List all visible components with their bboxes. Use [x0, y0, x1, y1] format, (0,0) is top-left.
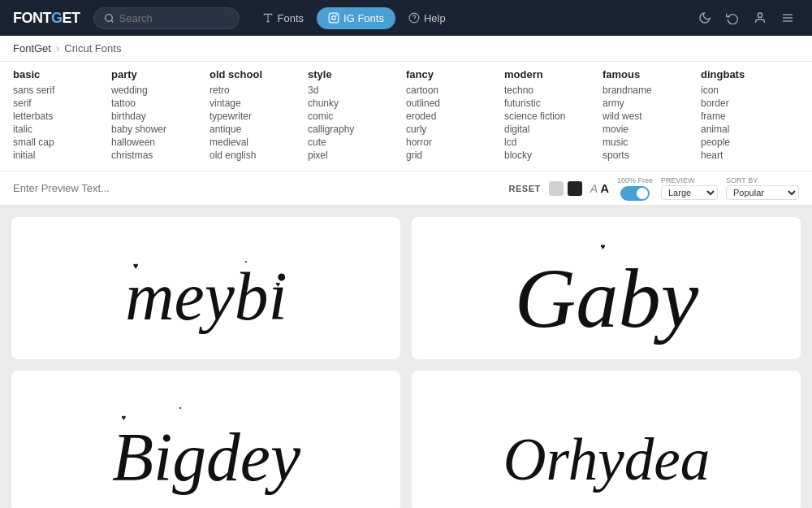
nav-item-ig-fonts[interactable]: IG Fonts — [317, 7, 395, 29]
font-grid: meybi ♥ ♥ • Gaby ♥ Bigdey ♥ • O — [0, 206, 812, 508]
category-item[interactable]: techno — [504, 85, 603, 96]
category-item[interactable]: medieval — [209, 137, 308, 148]
category-item[interactable]: typewriter — [209, 111, 308, 122]
category-item[interactable]: outlined — [406, 98, 504, 109]
category-item[interactable]: tattoo — [111, 98, 209, 109]
color-swatches — [549, 181, 582, 196]
category-item[interactable]: frame — [701, 111, 799, 122]
category-item[interactable]: wedding — [111, 85, 209, 96]
categories-section: basic sans serif serif letterbats italic… — [0, 62, 812, 172]
category-item[interactable]: heart — [701, 150, 799, 161]
font-preview-meybi: meybi ♥ ♥ • — [52, 225, 361, 351]
svg-text:♥: ♥ — [132, 261, 138, 271]
font-card-bigdey[interactable]: Bigdey ♥ • — [11, 371, 400, 508]
category-item[interactable]: grid — [406, 150, 504, 161]
light-swatch[interactable] — [549, 181, 564, 196]
category-item[interactable]: baby shower — [111, 124, 209, 135]
category-header-modern: modern — [504, 68, 603, 80]
search-input[interactable] — [119, 12, 217, 24]
category-item[interactable]: icon — [701, 85, 799, 96]
category-item[interactable]: old english — [209, 150, 308, 161]
font-card-gaby[interactable]: Gaby ♥ — [412, 217, 801, 359]
category-item[interactable]: letterbats — [13, 111, 111, 122]
category-item[interactable]: movie — [603, 124, 701, 135]
category-item[interactable]: wild west — [603, 111, 701, 122]
category-item[interactable]: small cap — [13, 137, 111, 148]
nav-help-label: Help — [424, 12, 446, 24]
search-box[interactable] — [93, 7, 240, 29]
category-header-style: style — [308, 68, 406, 80]
font-preview-orhydea: Orhydea — [424, 379, 789, 505]
category-item[interactable]: 3d — [308, 85, 406, 96]
category-item[interactable]: sports — [603, 150, 701, 161]
svg-point-0 — [105, 14, 112, 21]
reset-button[interactable]: RESET — [509, 184, 541, 193]
serif-a-label: A — [590, 182, 598, 195]
nav-fonts-label: Fonts — [278, 12, 304, 24]
theme-toggle-button[interactable] — [693, 7, 716, 29]
sort-select[interactable]: Popular Newest Alphabetical — [726, 185, 799, 200]
help-icon — [408, 12, 420, 24]
category-item[interactable]: cute — [308, 137, 406, 148]
category-item[interactable]: border — [701, 98, 799, 109]
preview-size-select[interactable]: Large Medium Small — [661, 185, 718, 200]
category-item[interactable]: vintage — [209, 98, 308, 109]
category-item[interactable]: blocky — [504, 150, 603, 161]
category-item[interactable]: animal — [701, 124, 799, 135]
breadcrumb: FontGet › Cricut Fonts — [0, 36, 812, 62]
category-item[interactable]: italic — [13, 124, 111, 135]
category-item[interactable]: digital — [504, 124, 603, 135]
font-preview-bigdey: Bigdey ♥ • — [52, 379, 361, 505]
category-item[interactable]: birthday — [111, 111, 209, 122]
user-button[interactable] — [749, 7, 771, 29]
category-item[interactable]: chunky — [308, 98, 406, 109]
category-item[interactable]: horror — [406, 137, 504, 148]
svg-text:♥: ♥ — [121, 413, 126, 422]
category-item[interactable]: antique — [209, 124, 308, 135]
svg-text:meybi: meybi — [125, 259, 287, 334]
category-item[interactable]: science fiction — [504, 111, 603, 122]
font-card-meybi[interactable]: meybi ♥ ♥ • — [11, 217, 400, 359]
category-item[interactable]: army — [603, 98, 701, 109]
svg-point-9 — [758, 13, 762, 17]
category-item[interactable]: music — [603, 137, 701, 148]
category-item[interactable]: retro — [209, 85, 308, 96]
menu-icon — [781, 11, 794, 24]
category-item[interactable]: cartoon — [406, 85, 504, 96]
category-item[interactable]: people — [701, 137, 799, 148]
category-item[interactable]: futuristic — [504, 98, 603, 109]
preview-size-label: PREVIEW — [661, 176, 695, 185]
category-item[interactable]: curly — [406, 124, 504, 135]
category-item[interactable]: pixel — [308, 150, 406, 161]
category-header-dingbats: dingbats — [701, 68, 799, 80]
category-item[interactable]: halloween — [111, 137, 209, 148]
category-item[interactable]: christmas — [111, 150, 209, 161]
category-item[interactable]: brandname — [603, 85, 701, 96]
category-col-fancy: fancy cartoon outlined eroded curly horr… — [406, 68, 504, 161]
category-item[interactable]: eroded — [406, 111, 504, 122]
breadcrumb-home[interactable]: FontGet — [13, 42, 51, 54]
svg-text:♥: ♥ — [275, 280, 280, 289]
category-item[interactable]: comic — [308, 111, 406, 122]
history-button[interactable] — [721, 7, 744, 29]
main-nav: Fonts IG Fonts Help — [253, 7, 456, 29]
preview-text-input[interactable] — [13, 182, 499, 194]
toolbar: RESET A A 100% Free PREVIEW Large Medium… — [0, 172, 812, 206]
svg-text:•: • — [244, 258, 247, 265]
dark-swatch[interactable] — [568, 181, 582, 196]
nav-item-fonts[interactable]: Fonts — [253, 7, 314, 29]
menu-button[interactable] — [776, 7, 799, 29]
category-item[interactable]: serif — [13, 98, 111, 109]
category-col-modern: modern techno futuristic science fiction… — [504, 68, 603, 161]
category-header-basic: basic — [13, 68, 111, 80]
category-item[interactable]: initial — [13, 150, 111, 161]
category-item[interactable]: lcd — [504, 137, 603, 148]
category-item[interactable]: calligraphy — [308, 124, 406, 135]
toggle-switch[interactable] — [620, 186, 650, 201]
nav-item-help[interactable]: Help — [399, 7, 456, 29]
svg-text:Gaby: Gaby — [514, 251, 698, 345]
category-item[interactable]: sans serif — [13, 85, 111, 96]
svg-point-5 — [332, 16, 336, 20]
font-card-orhydea[interactable]: Orhydea — [412, 371, 801, 508]
font-preview-gaby: Gaby ♥ — [452, 225, 761, 351]
